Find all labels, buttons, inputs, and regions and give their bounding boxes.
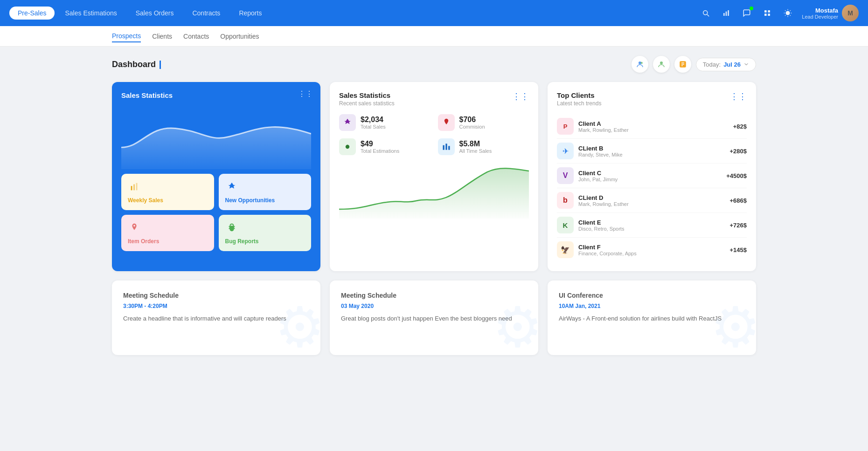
svg-rect-25 <box>136 183 138 191</box>
bottom-row-cards: ⚙ Meeting Schedule 3:30PM - 4:20PM Creat… <box>112 280 756 355</box>
stat-total-sales: $2,034 Total Sales <box>339 114 431 131</box>
client-d-logo: b <box>557 192 574 209</box>
sales-chart-area <box>121 104 311 169</box>
svg-line-11 <box>790 15 791 16</box>
action-icon-2[interactable] <box>653 56 670 73</box>
total-sales-label: Total Sales <box>361 124 386 130</box>
subnav-clients[interactable]: Clients <box>152 31 172 42</box>
conference-bg-decorative: ⚙ <box>710 295 756 355</box>
conference-card: ⚙ UI Conference 10AM Jan, 2021 AirWays -… <box>548 280 756 355</box>
subnav-opportunities[interactable]: Opportunities <box>220 31 259 42</box>
nav-tab-reports[interactable]: Reports <box>230 7 270 20</box>
nav-tabs: Pre-Sales Sales Estimations Sales Orders… <box>9 7 270 20</box>
meeting-bg-decorative-2: ⚙ <box>493 295 538 355</box>
all-time-value: $5.8M <box>459 140 492 148</box>
user-name: Mostafa <box>802 7 838 14</box>
client-b-info: CLient B Randy, Steve, Mike <box>578 145 725 157</box>
avatar: M <box>842 5 859 21</box>
weekly-sales-card[interactable]: Weekly Sales <box>121 174 214 210</box>
main-content: Dashboard Today: Jul 26 Sales Statistics… <box>0 47 868 374</box>
client-d-info: CLient D Mark, Rowling, Esther <box>578 194 725 207</box>
mid-card-title: Sales Statistics <box>339 91 395 99</box>
client-row-b: ✈ CLient B Randy, Steve, Mike +280$ <box>557 139 747 164</box>
client-e-logo: K <box>557 217 574 233</box>
nav-tab-estimations[interactable]: Sales Estimations <box>56 7 125 20</box>
item-orders-icon <box>128 221 141 234</box>
bug-reports-label: Bug Reports <box>225 238 259 245</box>
svg-rect-5 <box>764 14 767 16</box>
estimations-value: $49 <box>361 140 399 148</box>
top-navigation: Pre-Sales Sales Estimations Sales Orders… <box>0 0 868 26</box>
meeting-card-2-content: ⚙ Meeting Schedule 03 May 2020 Great blo… <box>330 280 538 355</box>
top-row-cards: Sales Statistics ⋮⋮ <box>112 82 756 271</box>
total-sales-value: $2,034 <box>361 116 386 124</box>
search-icon[interactable] <box>699 7 712 20</box>
subnav-prospects[interactable]: Prospects <box>112 30 141 42</box>
conference-card-content: ⚙ UI Conference 10AM Jan, 2021 AirWays -… <box>548 280 756 355</box>
client-row-e: K Client E Disco, Retro, Sports +726$ <box>557 213 747 238</box>
client-a-info: Client A Mark, Rowling, Esther <box>578 120 729 133</box>
top-clients-menu[interactable]: ⋮⋮ <box>730 91 747 102</box>
client-row-f: 🦅 Client F Finance, Corporate, Apps +145… <box>557 238 747 262</box>
client-f-logo: 🦅 <box>557 241 574 258</box>
weekly-sales-icon <box>128 180 141 193</box>
card-menu-icon[interactable]: ⋮⋮ <box>298 89 313 98</box>
meeting-card-1-content: ⚙ Meeting Schedule 3:30PM - 4:20PM Creat… <box>112 280 320 355</box>
top-clients-card: Top Clients Latest tech trends ⋮⋮ P Clie… <box>548 82 756 271</box>
date-picker[interactable]: Today: Jul 26 <box>696 58 756 71</box>
svg-point-17 <box>640 62 643 64</box>
sun-icon[interactable] <box>781 7 794 20</box>
svg-rect-6 <box>768 14 771 16</box>
nav-tab-contracts[interactable]: Contracts <box>184 7 229 20</box>
svg-point-7 <box>786 11 790 15</box>
svg-rect-2 <box>728 10 729 16</box>
nav-right-actions: Mostafa Lead Developer M <box>699 5 859 21</box>
line-chart <box>339 163 529 219</box>
nav-tab-orders[interactable]: Sales Orders <box>127 7 182 20</box>
svg-rect-3 <box>764 10 767 13</box>
chart-icon[interactable] <box>720 7 733 20</box>
message-icon[interactable] <box>740 7 753 20</box>
client-c-info: Client C John, Pat, Jimmy <box>578 170 722 182</box>
meeting-card-2: ⚙ Meeting Schedule 03 May 2020 Great blo… <box>330 280 538 355</box>
new-opportunities-icon <box>225 180 238 193</box>
mid-card-menu[interactable]: ⋮⋮ <box>512 91 529 102</box>
item-orders-card[interactable]: Item Orders <box>121 215 214 251</box>
client-row-a: P Client A Mark, Rowling, Esther +82$ <box>557 114 747 139</box>
mid-card-content: Sales Statistics Recent sales statistics… <box>330 82 538 228</box>
action-icon-1[interactable] <box>632 56 648 73</box>
page-title: Dashboard <box>112 60 161 69</box>
notification-dot <box>750 7 753 10</box>
bug-reports-card[interactable]: Bug Reports <box>219 215 312 251</box>
subnav-contacts[interactable]: Contacts <box>183 31 209 42</box>
svg-rect-24 <box>133 184 135 191</box>
client-e-info: Client E Disco, Retro, Sports <box>578 219 725 232</box>
client-c-logo: V <box>557 167 574 184</box>
date-label: Today: <box>703 61 721 68</box>
estimations-label: Total Estimations <box>361 148 399 154</box>
client-row-c: V Client C John, Pat, Jimmy +4500$ <box>557 164 747 188</box>
top-clients-subtitle: Latest tech trends <box>557 100 601 107</box>
user-text: Mostafa Lead Developer <box>802 7 838 20</box>
client-row-d: b CLient D Mark, Rowling, Esther +686$ <box>557 188 747 213</box>
total-sales-icon <box>339 114 356 131</box>
estimations-icon <box>339 138 356 155</box>
svg-rect-1 <box>726 12 727 16</box>
meeting-bg-decorative: ⚙ <box>275 295 320 355</box>
action-icon-3[interactable] <box>674 56 691 73</box>
user-profile[interactable]: Mostafa Lead Developer M <box>802 5 859 21</box>
svg-rect-4 <box>768 10 771 13</box>
sales-stats-title: Sales Statistics <box>121 91 311 99</box>
item-orders-label: Item Orders <box>128 238 159 245</box>
nav-tab-presales[interactable]: Pre-Sales <box>9 7 55 20</box>
mid-card-header: Sales Statistics Recent sales statistics… <box>339 91 529 107</box>
date-value: Jul 26 <box>723 61 741 68</box>
commission-label: Commision <box>459 124 485 130</box>
weekly-sales-label: Weekly Sales <box>128 197 163 204</box>
svg-rect-27 <box>443 145 444 150</box>
dashboard-header: Dashboard Today: Jul 26 <box>112 56 756 73</box>
new-opportunities-card[interactable]: New Opportunities <box>219 174 312 210</box>
grid-icon[interactable] <box>761 7 774 20</box>
svg-line-10 <box>785 10 785 11</box>
svg-rect-23 <box>131 186 132 190</box>
